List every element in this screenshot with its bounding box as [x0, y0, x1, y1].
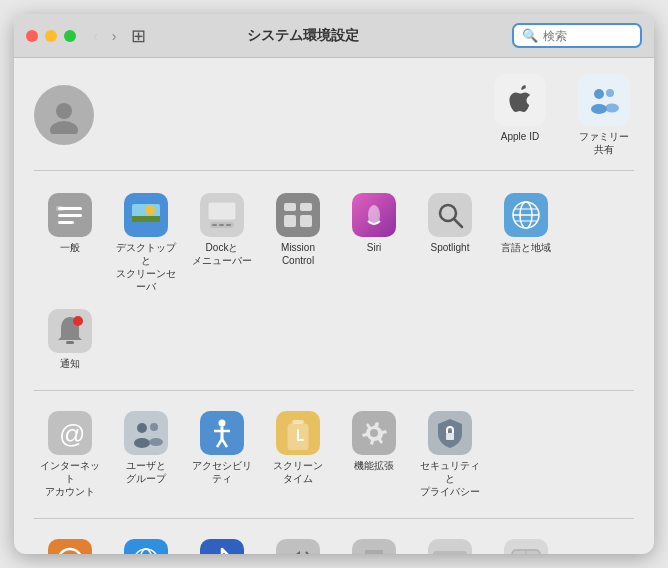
- svg-rect-19: [300, 203, 312, 211]
- pref-sound[interactable]: サウンド: [262, 533, 334, 554]
- pref-users-groups[interactable]: ユーザとグループ: [110, 405, 182, 504]
- traffic-lights: [26, 30, 76, 42]
- svg-point-1: [50, 121, 78, 134]
- svg-point-34: [134, 438, 150, 448]
- desktop-screensaver-icon: [124, 193, 168, 237]
- notifications-icon: [48, 309, 92, 353]
- svg-line-40: [217, 439, 222, 447]
- svg-point-4: [606, 89, 614, 97]
- pref-trackpad[interactable]: トラックパッド: [490, 533, 562, 554]
- pref-bluetooth[interactable]: Bluetooth: [186, 533, 258, 554]
- svg-point-37: [219, 420, 226, 427]
- screen-time-icon: [276, 411, 320, 455]
- pref-network[interactable]: ネットワーク: [110, 533, 182, 554]
- users-groups-icon: [124, 411, 168, 455]
- svg-rect-20: [284, 215, 296, 227]
- pref-keyboard[interactable]: キーボード: [414, 533, 486, 554]
- dock-menubar-label: Dockとメニューバー: [192, 241, 252, 267]
- svg-point-35: [150, 423, 158, 431]
- accessibility-icon: [200, 411, 244, 455]
- language-region-label: 言語と地域: [501, 241, 551, 254]
- svg-rect-7: [58, 214, 82, 217]
- dock-menubar-icon: [200, 193, 244, 237]
- pref-grid-2: @ インターネットアカウント ユーザとグル: [34, 405, 634, 504]
- maximize-button[interactable]: [64, 30, 76, 42]
- pref-security-privacy[interactable]: セキュリティとプライバシー: [414, 405, 486, 504]
- svg-rect-21: [300, 215, 312, 227]
- spotlight-icon: [428, 193, 472, 237]
- svg-rect-45: [446, 433, 454, 440]
- family-sharing-item[interactable]: ファミリー共有: [574, 74, 634, 156]
- preferences-content: Apple ID ファミリー共有: [14, 58, 654, 554]
- user-avatar[interactable]: [34, 85, 94, 145]
- pref-dock-menubar[interactable]: Dockとメニューバー: [186, 187, 258, 299]
- pref-internet-accounts[interactable]: @ インターネットアカウント: [34, 405, 106, 504]
- mission-control-icon: [276, 193, 320, 237]
- window-title: システム環境設定: [94, 27, 512, 45]
- pref-grid-1: 一般 デスクトップとスクリーンセーバ: [34, 187, 634, 376]
- search-input[interactable]: [543, 29, 632, 43]
- apple-id-icon: [494, 74, 546, 126]
- section-3: ソフトウェアアップデート ネットワーク: [34, 533, 634, 554]
- family-sharing-icon: [578, 74, 630, 126]
- trackpad-icon: [504, 539, 548, 554]
- pref-extensions[interactable]: 機能拡張: [338, 405, 410, 504]
- close-button[interactable]: [26, 30, 38, 42]
- security-privacy-label: セキュリティとプライバシー: [418, 459, 482, 498]
- svg-point-46: [58, 549, 82, 554]
- svg-rect-53: [365, 550, 383, 554]
- svg-text:@: @: [59, 419, 85, 449]
- keyboard-icon: [428, 539, 472, 554]
- top-icons: Apple ID ファミリー共有: [490, 74, 634, 156]
- svg-rect-18: [284, 203, 296, 211]
- svg-point-44: [370, 429, 378, 437]
- spotlight-label: Spotlight: [431, 241, 470, 254]
- screen-time-label: スクリーンタイム: [273, 459, 323, 485]
- minimize-button[interactable]: [45, 30, 57, 42]
- bluetooth-icon: [200, 539, 244, 554]
- apple-id-item[interactable]: Apple ID: [490, 74, 550, 156]
- svg-rect-9: [56, 206, 64, 211]
- extensions-label: 機能拡張: [354, 459, 394, 472]
- svg-point-5: [605, 104, 619, 113]
- general-label: 一般: [60, 241, 80, 254]
- pref-grid-3: ソフトウェアアップデート ネットワーク: [34, 533, 634, 554]
- section-1: 一般 デスクトップとスクリーンセーバ: [34, 187, 634, 391]
- user-section: Apple ID ファミリー共有: [34, 74, 634, 171]
- siri-label: Siri: [367, 241, 381, 254]
- search-box[interactable]: 🔍: [512, 23, 642, 48]
- family-sharing-label: ファミリー共有: [579, 130, 629, 156]
- pref-screen-time[interactable]: スクリーンタイム: [262, 405, 334, 504]
- svg-point-12: [145, 205, 155, 215]
- section-2: @ インターネットアカウント ユーザとグル: [34, 405, 634, 519]
- extensions-icon: [352, 411, 396, 455]
- svg-rect-13: [208, 202, 236, 220]
- svg-rect-43: [292, 420, 304, 424]
- pref-desktop-screensaver[interactable]: デスクトップとスクリーンセーバ: [110, 187, 182, 299]
- svg-point-3: [591, 104, 607, 114]
- system-preferences-window: ‹ › ⊞ システム環境設定 🔍: [14, 14, 654, 554]
- printers-scanners-icon: [352, 539, 396, 554]
- pref-spotlight[interactable]: Spotlight: [414, 187, 486, 299]
- pref-general[interactable]: 一般: [34, 187, 106, 299]
- svg-rect-56: [433, 551, 467, 554]
- notifications-label: 通知: [60, 357, 80, 370]
- pref-notifications[interactable]: 通知: [34, 303, 106, 376]
- pref-siri[interactable]: Siri: [338, 187, 410, 299]
- svg-rect-17: [226, 224, 231, 226]
- pref-language-region[interactable]: 言語と地域: [490, 187, 562, 299]
- language-region-icon: [504, 193, 548, 237]
- svg-line-24: [454, 219, 462, 227]
- network-icon: [124, 539, 168, 554]
- users-groups-label: ユーザとグループ: [126, 459, 166, 485]
- pref-mission-control[interactable]: MissionControl: [262, 187, 334, 299]
- apple-id-label: Apple ID: [501, 130, 539, 143]
- svg-point-36: [149, 438, 163, 446]
- pref-printers-scanners[interactable]: プリンタとスキャナ: [338, 533, 410, 554]
- security-privacy-icon: [428, 411, 472, 455]
- pref-software-update[interactable]: ソフトウェアアップデート: [34, 533, 106, 554]
- mission-control-label: MissionControl: [281, 241, 315, 267]
- pref-accessibility[interactable]: アクセシビリティ: [186, 405, 258, 504]
- desktop-screensaver-label: デスクトップとスクリーンセーバ: [114, 241, 178, 293]
- general-icon: [48, 193, 92, 237]
